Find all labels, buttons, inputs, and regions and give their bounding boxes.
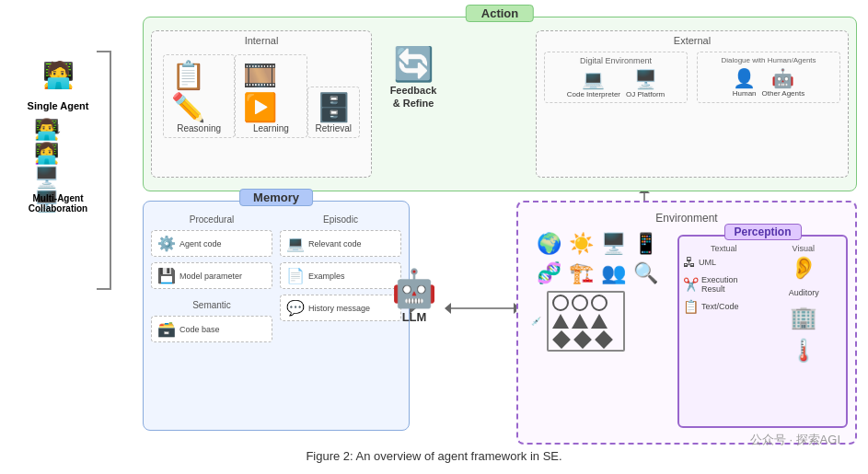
memory-left-col: Procedural ⚙️ Agent code 💾 Model paramet… (151, 214, 272, 424)
external-title: External (537, 35, 848, 46)
agents-panel: 🧑‍💻 Single Agent ↓ 👨‍💻👩‍💻🖥️🖥️ Multi-Agen… (7, 51, 109, 221)
reasoning-label: Reasoning (177, 123, 221, 133)
action-label: Action (466, 5, 534, 22)
single-agent-icon: 🧑‍💻 (34, 51, 82, 98)
human-icon: 👤 (733, 67, 756, 89)
diamond2 (573, 330, 592, 349)
internal-icons: 📋✏️ Reasoning 🎞️▶️ Learning 🗄️ Retrieval (152, 46, 371, 138)
perception-box: Perception Textual Visual 🖧 UML ✂️ (677, 235, 848, 428)
monitor-icon: 🖥️ (601, 232, 626, 256)
agent-code-item: ⚙️ Agent code (151, 230, 272, 257)
feedback-box: 🔄 Feedback& Refine (372, 45, 455, 110)
dna-icon: 🧬 (537, 261, 561, 285)
internal-title: Internal (152, 35, 371, 46)
code-interpreter-label: Code Interpreter (567, 90, 620, 98)
retrieval-label: Retrieval (316, 123, 352, 133)
examples-icon: 📄 (286, 267, 305, 284)
code-interpreter-icon: 💻 (582, 68, 605, 90)
globe-icon: 🌍 (537, 232, 561, 256)
search-icon: 🔍 (633, 261, 658, 285)
other-agents-label: Other Agents (762, 89, 805, 98)
digital-env-box: Digital Environment 💻 Code Interpreter 🖥… (544, 52, 688, 103)
model-param-item: 💾 Model parameter (151, 262, 272, 289)
human-label: Human (733, 89, 757, 98)
single-agent-box: 🧑‍💻 Single Agent (7, 51, 109, 111)
perception-label: Perception (723, 224, 801, 240)
shape-drawings: 💉 (531, 291, 671, 352)
memory-label: Memory (239, 189, 313, 206)
model-param-label: Model parameter (179, 272, 242, 281)
code-base-icon: 🗃️ (157, 320, 176, 338)
internal-box: Internal 📋✏️ Reasoning 🎞️▶️ Learning 🗄️ … (151, 30, 372, 178)
procedural-title: Procedural (151, 214, 272, 225)
external-box: External Digital Environment 💻 Code Inte… (536, 30, 849, 178)
environment-section: Environment 🌍 ☀️ 🖥️ 📱 🧬 🏗️ 👥 🔍 💉 (516, 201, 857, 445)
llm-label: LLM (377, 310, 451, 324)
shapes-row2 (552, 314, 619, 329)
sun-icon: ☀️ (569, 232, 594, 256)
multi-agent-label: Multi-AgentCollaboration (29, 193, 87, 214)
learning-item: 🎞️▶️ Learning (235, 54, 307, 138)
circles-row: 💉 (531, 291, 671, 352)
llm-box: 🤖 LLM (377, 267, 451, 324)
diamond3 (595, 330, 613, 349)
screen-icon: 📱 (633, 232, 658, 256)
oj-platform-icon: 🖥️ (634, 68, 657, 90)
execution-item: ✂️ ExecutionResult (683, 275, 760, 294)
multi-agent-box: 👨‍💻👩‍💻🖥️🖥️ Multi-AgentCollaboration (7, 142, 109, 214)
environment-label: Environment (655, 212, 717, 225)
digital-env-icons: 💻 Code Interpreter 🖥️ OJ Platform (549, 68, 683, 98)
learning-icon: 🎞️▶️ (243, 59, 298, 123)
tri3 (591, 314, 608, 329)
learning-label: Learning (253, 123, 289, 133)
history-msg-label: History message (308, 304, 370, 313)
history-msg-icon: 💬 (286, 299, 305, 317)
reasoning-icon: 📋✏️ (171, 59, 226, 123)
llm-icon: 🤖 (377, 267, 451, 310)
single-agent-label: Single Agent (28, 100, 89, 111)
figure-caption: Figure 2: An overview of agent framework… (306, 449, 561, 463)
agent-code-label: Agent code (179, 239, 222, 249)
relevant-code-icon: 💻 (286, 235, 305, 252)
textcode-item: 📋 Text/Code (683, 299, 760, 314)
execution-label: ExecutionResult (701, 275, 738, 294)
oj-platform-label: OJ Platform (626, 90, 665, 98)
code-base-item: 🗃️ Code base (151, 316, 272, 342)
env-visuals: 🌍 ☀️ 🖥️ 📱 🧬 🏗️ 👥 🔍 💉 (524, 232, 671, 434)
auditory-label: Auditory (789, 288, 819, 297)
diagram-container: 🧑‍💻 Single Agent ↓ 👨‍💻👩‍💻🖥️🖥️ Multi-Agen… (0, 0, 868, 474)
tri1 (552, 314, 569, 329)
episodic-title: Episodic (280, 214, 401, 225)
circle1 (552, 295, 569, 311)
memory-inner: Procedural ⚙️ Agent code 💾 Model paramet… (144, 202, 409, 430)
building-icon: 🏢 (790, 305, 817, 330)
perception-cols: 🖧 UML ✂️ ExecutionResult 📋 Text/Code (683, 255, 842, 364)
dialogue-icons: 👤 Human 🤖 Other Agents (701, 67, 836, 98)
env-top-icons: 🌍 ☀️ 🖥️ 📱 (524, 232, 671, 256)
uml-item: 🖧 UML (683, 255, 760, 270)
perception-inner: Textual Visual 🖧 UML ✂️ ExecutionResult (679, 237, 846, 367)
semantic-title: Semantic (151, 300, 272, 310)
feedback-icon: 🔄 (372, 45, 455, 84)
other-agents-icon: 🤖 (771, 67, 794, 89)
multi-agent-icon: 👨‍💻👩‍💻🖥️🖥️ (34, 142, 82, 190)
syringe-icon: 💉 (531, 317, 541, 326)
digital-env-title: Digital Environment (549, 56, 683, 65)
watermark: 公众号 · 探索AGI (750, 432, 840, 448)
textcode-icon: 📋 (683, 299, 699, 314)
circle2 (572, 295, 588, 311)
visual-title: Visual (793, 244, 815, 253)
tri2 (572, 314, 588, 329)
examples-label: Examples (308, 272, 345, 281)
memory-section: Memory Procedural ⚙️ Agent code 💾 Model … (143, 201, 410, 431)
code-base-label: Code base (179, 325, 220, 334)
relevant-code-label: Relevant code (308, 239, 362, 249)
env-mid-icons: 🧬 🏗️ 👥 🔍 (524, 261, 671, 285)
shapes-row3 (552, 331, 619, 348)
shapes-row1 (552, 295, 619, 311)
people-icon: 👥 (601, 261, 626, 285)
diamond1 (552, 330, 571, 349)
textual-title: Textual (711, 244, 737, 253)
agent-code-icon: ⚙️ (157, 235, 176, 252)
external-row: Digital Environment 💻 Code Interpreter 🖥… (537, 46, 848, 103)
